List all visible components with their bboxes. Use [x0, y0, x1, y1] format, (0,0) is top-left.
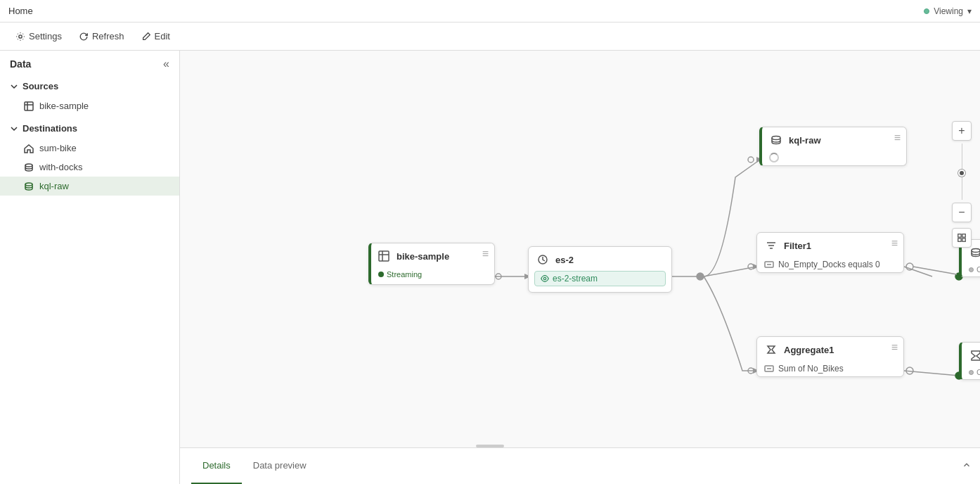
- database-icon-2: [24, 182, 34, 191]
- top-bar: Home Viewing ▾: [0, 0, 980, 23]
- edit-button[interactable]: Edit: [134, 27, 177, 45]
- zoom-out-label: −: [958, 206, 965, 219]
- svg-rect-42: [962, 238, 965, 241]
- es2-icon: [536, 253, 550, 267]
- fit-view-button[interactable]: [952, 228, 972, 248]
- destinations-header[interactable]: Destinations: [0, 118, 179, 139]
- aggregate1-menu[interactable]: ≡: [891, 341, 898, 354]
- sum-bike-created-dot: [969, 370, 974, 375]
- sources-section: Sources bike-sample: [0, 75, 179, 117]
- sum-bike-node-header: sum-bike ≡: [962, 343, 980, 367]
- refresh-button[interactable]: Refresh: [72, 27, 131, 45]
- svg-line-21: [913, 267, 957, 274]
- settings-button[interactable]: Settings: [8, 27, 69, 45]
- aggregate1-condition: Sum of No_Bikes: [757, 361, 903, 376]
- filter1-icon: [764, 238, 778, 253]
- sum-bike-node[interactable]: sum-bike ≡ Created: [959, 342, 980, 380]
- zoom-thumb: [958, 170, 965, 177]
- aggregate1-icon: [764, 343, 778, 357]
- viewing-dot: [924, 8, 929, 14]
- filter1-node-title: Filter1: [784, 241, 811, 251]
- svg-point-5: [25, 183, 32, 186]
- tab-details[interactable]: Details: [191, 448, 242, 484]
- refresh-icon: [79, 32, 89, 42]
- bike-sample-node[interactable]: bike-sample ≡ Streaming: [368, 243, 495, 285]
- streaming-label: Streaming: [387, 270, 422, 279]
- filter1-node[interactable]: Filter1 ≡ No_Empty_Docks equals 0: [756, 232, 904, 273]
- kql-raw-menu[interactable]: ≡: [894, 132, 901, 144]
- svg-point-30: [772, 136, 780, 140]
- kql-raw-sidebar-label: kql-raw: [39, 181, 69, 191]
- svg-rect-1: [25, 102, 33, 110]
- svg-point-14: [748, 264, 754, 269]
- svg-point-12: [748, 157, 754, 163]
- sidebar-item-kql-raw[interactable]: kql-raw: [0, 177, 179, 196]
- bike-sample-menu[interactable]: ≡: [482, 248, 489, 260]
- aggregate1-node-header: Aggregate1 ≡: [757, 337, 903, 361]
- sum-bike-label: sum-bike: [39, 143, 77, 153]
- kql-raw-node-header: kql-raw ≡: [762, 127, 906, 151]
- collapse-button[interactable]: «: [163, 58, 169, 70]
- svg-rect-25: [379, 251, 389, 261]
- bottom-collapse-button[interactable]: [953, 460, 980, 472]
- sidebar-item-sum-bike[interactable]: sum-bike: [0, 139, 179, 158]
- canvas-area[interactable]: bike-sample ≡ Streaming es-2 es-2-stream: [180, 51, 980, 484]
- database-icon: [24, 163, 34, 172]
- bottom-panel: Details Data preview: [180, 447, 980, 484]
- refresh-label: Refresh: [92, 31, 124, 42]
- svg-point-4: [25, 164, 32, 167]
- sum-bike-status: Created: [976, 368, 980, 376]
- home-icon: [24, 144, 34, 153]
- tab-data-preview[interactable]: Data preview: [242, 448, 318, 484]
- sidebar: Data « Sources bike-sample Destinations …: [0, 51, 180, 484]
- viewing-badge[interactable]: Viewing ▾: [924, 6, 972, 16]
- filter1-node-header: Filter1 ≡: [757, 233, 903, 257]
- with-docks-label: with-docks: [39, 162, 82, 172]
- bike-sample-label: bike-sample: [39, 101, 89, 111]
- zoom-track: [962, 144, 962, 200]
- zoom-out-button[interactable]: −: [952, 203, 972, 222]
- kql-raw-node[interactable]: kql-raw ≡: [759, 127, 907, 166]
- streaming-dot: [378, 272, 384, 277]
- svg-point-10: [697, 273, 704, 280]
- svg-rect-39: [958, 234, 961, 237]
- filter1-condition: No_Empty_Docks equals 0: [757, 257, 903, 272]
- zoom-slider[interactable]: [962, 144, 962, 200]
- sidebar-item-with-docks[interactable]: with-docks: [0, 158, 179, 177]
- sum-bike-created: Created: [962, 367, 980, 379]
- created-dot: [969, 267, 974, 272]
- viewing-arrow: ▾: [967, 6, 972, 16]
- kql-loading-spinner: [769, 153, 779, 163]
- viewing-label: Viewing: [934, 6, 963, 16]
- destinations-section: Destinations sum-bike with-docks kql-raw: [0, 117, 179, 197]
- svg-line-22: [904, 371, 959, 376]
- bike-sample-node-header: bike-sample ≡: [371, 243, 494, 267]
- svg-point-19: [906, 263, 913, 270]
- kql-raw-loading: [762, 151, 906, 165]
- zoom-in-label: +: [958, 125, 965, 137]
- es2-node[interactable]: es-2 es-2-stream: [528, 246, 672, 293]
- table-icon: [24, 101, 34, 111]
- destinations-label: Destinations: [22, 123, 77, 134]
- bike-sample-icon: [377, 249, 391, 263]
- svg-rect-41: [958, 238, 961, 241]
- sidebar-title: Data: [10, 58, 31, 70]
- svg-rect-40: [962, 234, 965, 237]
- aggregate-row-icon: [764, 364, 774, 374]
- svg-point-16: [748, 368, 754, 374]
- aggregate1-node[interactable]: Aggregate1 ≡ Sum of No_Bikes: [756, 336, 904, 377]
- chevron-down-icon: [10, 82, 18, 91]
- page-title: Home: [8, 6, 33, 16]
- aggregate1-node-title: Aggregate1: [784, 345, 834, 355]
- sources-header[interactable]: Sources: [0, 76, 179, 96]
- filter1-menu[interactable]: ≡: [891, 237, 898, 250]
- with-docks-icon: [969, 246, 980, 260]
- es2-stream-label: es-2-stream: [553, 274, 598, 284]
- svg-line-13: [704, 267, 756, 276]
- aggregate1-condition-text: Sum of No_Bikes: [778, 364, 844, 374]
- zoom-in-button[interactable]: +: [952, 121, 972, 141]
- toolbar: Settings Refresh Edit: [0, 23, 980, 51]
- svg-point-7: [496, 274, 501, 279]
- zoom-controls: + −: [952, 121, 972, 248]
- sidebar-item-bike-sample[interactable]: bike-sample: [0, 96, 179, 115]
